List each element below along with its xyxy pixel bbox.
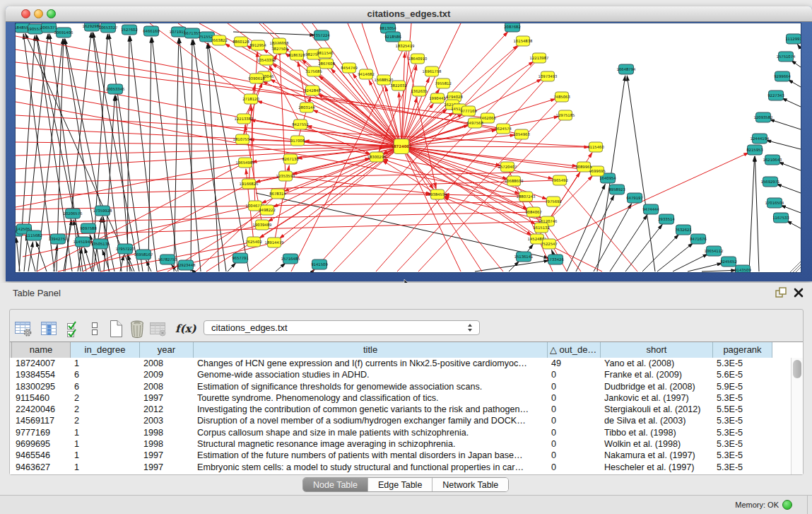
graph-node-label: 13942757: [49, 237, 68, 241]
network-window-titlebar[interactable]: citations_edges.txt: [6, 6, 812, 22]
graph-node-label: 10543392: [257, 58, 276, 62]
minimize-window-button[interactable]: [34, 9, 43, 18]
graph-node-label: 7632621: [675, 228, 692, 232]
graph-node-label: 19384554: [428, 192, 448, 197]
graph-node-label: 9218586: [384, 35, 401, 39]
graph-node-label: 9115460: [587, 145, 604, 149]
graph-node-label: 1167533: [772, 216, 789, 220]
graph-node-label: 6466160: [143, 29, 160, 33]
table-header-row: namein_degreeyeartitle△ out_de…shortpage…: [10, 342, 803, 358]
table-row[interactable]: 1938455462009Genome-wide association stu…: [10, 369, 803, 380]
table-row[interactable]: 1456911722003Disruption of a novel membe…: [10, 415, 803, 426]
column-header-out_degree[interactable]: △ out_de…: [548, 342, 601, 358]
table-row[interactable]: 911546021997Tourette syndrome. Phenomeno…: [10, 392, 803, 404]
cell-in_degree: 1: [71, 450, 140, 461]
tab-edge-table[interactable]: Edge Table: [368, 478, 433, 491]
column-header-in_degree[interactable]: in_degree: [71, 342, 140, 358]
graph-node-label: 6479197: [626, 196, 643, 200]
tab-node-table[interactable]: Node Table: [303, 478, 368, 491]
status-bar-divider: [807, 496, 808, 514]
column-header-pagerank[interactable]: pagerank: [713, 342, 772, 358]
cell-year: 2008: [140, 381, 194, 392]
scrollbar-thumb[interactable]: [793, 360, 801, 378]
table-row[interactable]: 1872400712008Changes of HCN gene express…: [10, 358, 803, 369]
float-panel-icon[interactable]: [775, 287, 787, 298]
cell-in_degree: 6: [71, 381, 140, 392]
memory-status-indicator[interactable]: [782, 500, 792, 510]
graph-node-label: 2718120: [242, 97, 259, 101]
graph-node-label: 15692971: [761, 180, 780, 184]
graph-edges-red: [16, 23, 749, 271]
show-column-icon[interactable]: [40, 320, 59, 337]
create-column-icon[interactable]: [107, 320, 124, 338]
graph-node-label: 7625402: [245, 240, 262, 244]
select-columns-icon[interactable]: [66, 320, 81, 337]
graph-node-label: 15751074: [777, 54, 796, 59]
table-tabs: Node TableEdge TableNetwork Table: [302, 477, 509, 492]
cell-short: Tibbo et al. (1998): [601, 427, 713, 438]
table-scrollbar[interactable]: [791, 358, 803, 474]
delete-column-icon[interactable]: [129, 320, 146, 338]
cell-short: Wolkin et al. (1998): [601, 438, 713, 450]
column-header-year[interactable]: year: [140, 342, 194, 358]
graph-node-label: 2065377: [40, 25, 57, 30]
graph-node-label: 20206576: [64, 211, 83, 216]
cell-year: 1997: [140, 450, 194, 461]
status-bar: Memory: OK: [0, 495, 812, 514]
tab-network-table[interactable]: Network Table: [433, 478, 508, 491]
graph-node-label: 2087682: [504, 25, 521, 29]
cell-name: 9699695: [12, 438, 71, 450]
cell-pagerank: 5.3E-5: [713, 450, 772, 461]
table-row[interactable]: 2242004622012Investigating the contribut…: [10, 404, 803, 415]
node-table: namein_degreeyeartitle△ out_de…shortpage…: [10, 341, 803, 474]
cell-short: Jankovic et al. (1997): [601, 392, 713, 404]
cell-title: Tourette syndrome. Phenomenology and cla…: [194, 392, 548, 404]
cell-in_degree: 2: [71, 415, 140, 426]
graph-node-label: 9143509: [734, 268, 751, 272]
table-row[interactable]: 977716911998Corpus callosum shape and si…: [10, 427, 803, 438]
graph-node-label: 10653327: [99, 25, 118, 30]
graph-node-label: 8427552: [292, 122, 309, 127]
citation-network-graph[interactable]: 1848557190557220653772069140616292984106…: [16, 23, 801, 272]
table-mode-icon[interactable]: [14, 320, 33, 337]
graph-node-label: 7485063: [553, 95, 570, 99]
cell-year: 1998: [140, 438, 194, 450]
close-panel-icon[interactable]: [793, 287, 804, 298]
graph-node-label: 9699695: [589, 169, 606, 173]
cell-pagerank: 5.5E-5: [713, 404, 772, 415]
table-row[interactable]: 946554611997Estimation of the future num…: [10, 450, 803, 461]
column-header-name[interactable]: name: [12, 342, 71, 358]
dropdown-stepper-icon: [468, 324, 473, 332]
network-window: citations_edges.txt 18485571905572206537…: [6, 6, 812, 281]
table-row[interactable]: 969969511998Structural magnetic resonanc…: [10, 438, 803, 450]
graph-node-label: 19039489: [253, 223, 272, 227]
graph-node-label: 1115682: [25, 233, 42, 238]
cell-title: Disruption of a novel member of a sodium…: [194, 415, 548, 426]
graph-node-label: 18325419: [396, 44, 415, 48]
cell-name: 22420046: [12, 404, 71, 415]
graph-node-label: 1615132: [533, 226, 550, 230]
cell-short: Franke et al. (2009): [601, 369, 713, 380]
close-window-button[interactable]: [21, 9, 30, 18]
cell-out_degree: 0: [548, 415, 601, 426]
table-row[interactable]: 946362711997Embryonic stem cells: a mode…: [10, 462, 803, 473]
graph-node-label: 6497568: [466, 121, 483, 125]
import-table-icon[interactable]: [149, 320, 167, 337]
graph-node-label: 10688609: [505, 179, 524, 183]
graph-node-label: 9245652: [720, 259, 737, 264]
cell-short: Yano et al. (2008): [601, 358, 713, 369]
cell-pagerank: 5.9E-5: [713, 381, 772, 392]
network-canvas[interactable]: 1848557190557220653772069140616292984106…: [16, 23, 801, 272]
graph-node-label: 11451944: [73, 240, 93, 244]
canvas-resize-grip[interactable]: [790, 262, 801, 272]
graph-node-label: 19654985: [236, 160, 255, 165]
cell-name: 9463627: [12, 462, 71, 473]
table-row[interactable]: 1830029562008Estimation of significance …: [10, 381, 803, 392]
column-header-title[interactable]: title: [194, 342, 548, 358]
zoom-window-button[interactable]: [47, 9, 56, 18]
row-selection-icon[interactable]: [90, 320, 100, 337]
column-header-short[interactable]: short: [601, 342, 713, 358]
table-selector-dropdown[interactable]: citations_edges.txt: [204, 320, 480, 335]
graph-node-label: 17359928: [93, 209, 113, 213]
function-builder-icon[interactable]: f(x): [175, 322, 196, 335]
